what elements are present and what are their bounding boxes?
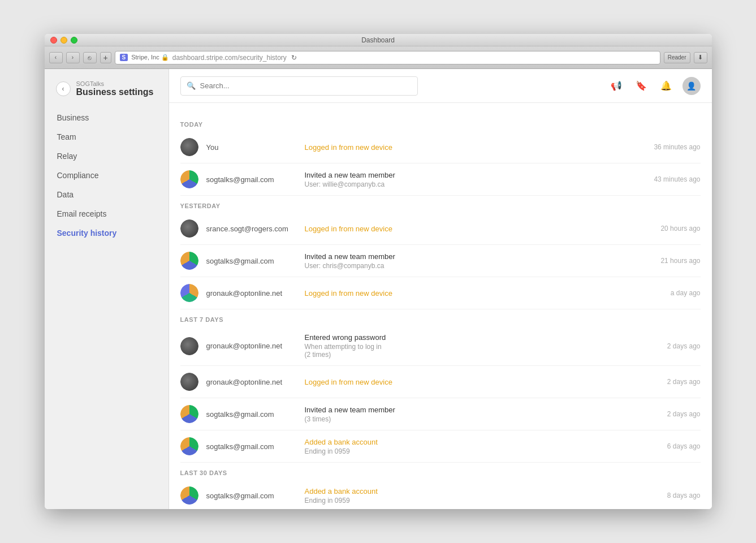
- reader-button[interactable]: Reader: [664, 52, 690, 63]
- event-subtitle: Ending in 0959: [305, 447, 625, 455]
- url-display: dashboard.stripe.com/security_history: [172, 54, 287, 62]
- event-details: Invited a new team member User: chris@co…: [305, 252, 625, 270]
- event-row: gronauk@optonline.net Entered wrong pass…: [180, 326, 701, 366]
- sidebar-item-email-receipts[interactable]: Email receipts: [50, 205, 163, 223]
- downloads-button[interactable]: ⬇: [694, 52, 707, 63]
- event-title: Logged in from new device: [305, 289, 625, 298]
- avatar-green: [180, 437, 198, 455]
- app-layout: ‹ SOGTalks Business settings Business Te…: [45, 69, 712, 509]
- event-user: sogtalks@gmail.com: [206, 410, 297, 419]
- sidebar-item-relay[interactable]: Relay: [50, 147, 163, 165]
- event-details: Added a bank account Ending in 0959: [305, 487, 625, 505]
- fullscreen-button[interactable]: [71, 37, 77, 44]
- bookmark-icon-button[interactable]: 🔖: [633, 77, 650, 94]
- back-nav-button[interactable]: ‹: [49, 52, 63, 63]
- sidebar-item-security-history[interactable]: Security history: [50, 224, 163, 242]
- event-details: Logged in from new device: [305, 378, 625, 386]
- event-user: sogtalks@gmail.com: [206, 175, 297, 184]
- event-row: srance.sogt@rogers.com Logged in from ne…: [180, 213, 701, 245]
- event-title: Entered wrong password: [305, 333, 625, 342]
- event-avatar: [180, 437, 198, 455]
- avatar-green: [180, 252, 198, 270]
- event-title: Added a bank account: [305, 438, 625, 446]
- event-details: Logged in from new device: [305, 225, 625, 233]
- user-avatar-button[interactable]: 👤: [682, 77, 701, 95]
- event-avatar: [180, 252, 198, 270]
- sidebar: ‹ SOGTalks Business settings Business Te…: [45, 69, 169, 509]
- minimize-button[interactable]: [61, 37, 67, 44]
- event-title: Invited a new team member: [305, 252, 625, 261]
- section-header-yesterday: YESTERDAY: [180, 196, 701, 213]
- new-tab-button[interactable]: +: [100, 52, 111, 63]
- avatar-green2: [180, 284, 198, 302]
- event-time: 20 hours ago: [633, 225, 701, 232]
- event-time: 36 minutes ago: [633, 143, 701, 151]
- event-subtitle: Ending in 0959: [305, 497, 625, 505]
- event-user: sogtalks@gmail.com: [206, 492, 297, 500]
- sidebar-item-business[interactable]: Business: [50, 109, 163, 127]
- event-title: Logged in from new device: [305, 143, 625, 152]
- search-box[interactable]: 🔍: [180, 76, 418, 96]
- sidebar-nav: Business Team Relay Compliance Data Emai…: [45, 109, 169, 242]
- close-button[interactable]: [50, 37, 57, 44]
- main-content: 🔍 📢 🔖 🔔 👤 TODAY: [169, 69, 712, 509]
- broadcast-icon-button[interactable]: 📢: [608, 77, 625, 94]
- share-button[interactable]: ⎋: [83, 52, 97, 63]
- event-avatar: [180, 486, 198, 505]
- event-row: gronauk@optonline.net Logged in from new…: [180, 277, 701, 309]
- forward-nav-button[interactable]: ›: [66, 52, 80, 63]
- event-title: Invited a new team member: [305, 171, 625, 179]
- settings-title: Business settings: [76, 87, 154, 97]
- event-subtitle: User: chris@companyb.ca: [305, 262, 625, 270]
- event-user: gronauk@optonline.net: [206, 342, 297, 350]
- event-details: Invited a new team member User: willie@c…: [305, 171, 625, 188]
- event-details: Logged in from new device: [305, 289, 625, 298]
- event-row: sogtalks@gmail.com Invited a new team me…: [180, 163, 701, 196]
- event-subtitle: User: willie@companyb.ca: [305, 180, 625, 188]
- event-user: sogtalks@gmail.com: [206, 442, 297, 451]
- traffic-lights: [50, 37, 77, 44]
- event-details: Invited a new team member (3 times): [305, 406, 625, 423]
- event-row: sogtalks@gmail.com Invited a new team me…: [180, 398, 701, 430]
- event-row: You Logged in from new device 36 minutes…: [180, 131, 701, 163]
- event-time: 2 days ago: [633, 378, 701, 386]
- event-user: You: [206, 143, 297, 152]
- site-badge: S: [120, 54, 128, 61]
- avatar-green: [180, 405, 198, 423]
- avatar-dark: [180, 138, 198, 156]
- event-avatar: [180, 170, 198, 188]
- event-time: 8 days ago: [633, 492, 701, 499]
- sidebar-item-compliance[interactable]: Compliance: [50, 166, 163, 184]
- section-header-last30days: LAST 30 DAYS: [180, 463, 701, 480]
- event-user: gronauk@optonline.net: [206, 378, 297, 386]
- event-time: 2 days ago: [633, 410, 701, 418]
- event-time: a day ago: [633, 289, 701, 297]
- event-title: Logged in from new device: [305, 378, 625, 386]
- avatar-dark: [180, 337, 198, 355]
- notifications-icon-button[interactable]: 🔔: [658, 77, 675, 94]
- event-avatar: [180, 405, 198, 423]
- avatar-green: [180, 486, 198, 505]
- event-details: Entered wrong password When attempting t…: [305, 333, 625, 359]
- sidebar-item-data[interactable]: Data: [50, 186, 163, 204]
- event-avatar: [180, 219, 198, 238]
- event-time: 2 days ago: [633, 342, 701, 350]
- sidebar-brand: SOGTalks Business settings: [76, 80, 154, 97]
- event-user: srance.sogt@rogers.com: [206, 225, 297, 233]
- avatar-dark: [180, 373, 198, 391]
- sidebar-item-team[interactable]: Team: [50, 128, 163, 146]
- search-icon: 🔍: [187, 81, 196, 90]
- browser-window: Dashboard ‹ › ⎋ + S Stripe, Inc 🔒 dashbo…: [45, 34, 712, 509]
- browser-toolbar: ‹ › ⎋ + S Stripe, Inc 🔒 dashboard.stripe…: [45, 46, 712, 69]
- sidebar-back-button[interactable]: ‹: [56, 81, 71, 96]
- event-avatar: [180, 337, 198, 355]
- window-title: Dashboard: [361, 36, 395, 44]
- event-row: sogtalks@gmail.com Invited a new team me…: [180, 245, 701, 277]
- url-bar[interactable]: S Stripe, Inc 🔒 dashboard.stripe.com/sec…: [115, 51, 660, 64]
- event-time: 43 minutes ago: [633, 175, 701, 183]
- avatar-green: [180, 170, 198, 188]
- event-row: sogtalks@gmail.com Added a bank account …: [180, 430, 701, 463]
- refresh-button[interactable]: ↻: [290, 53, 298, 63]
- event-row: gronauk@optonline.net Logged in from new…: [180, 366, 701, 398]
- search-input[interactable]: [200, 81, 412, 90]
